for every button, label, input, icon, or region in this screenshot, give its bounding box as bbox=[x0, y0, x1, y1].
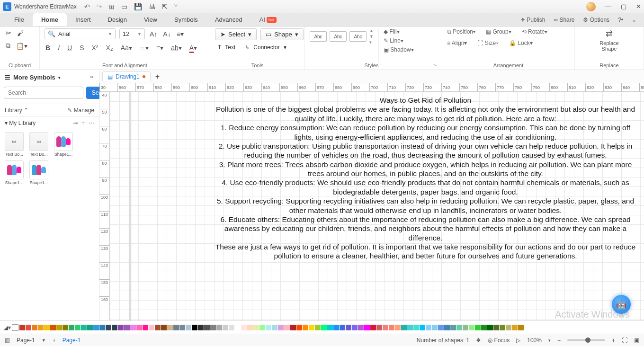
font-color-icon[interactable]: A▾ bbox=[188, 43, 198, 53]
assistant-fab[interactable]: 🤖 bbox=[612, 295, 631, 314]
group-button[interactable]: ▦ Group▾ bbox=[486, 28, 511, 35]
shadow-button[interactable]: ▣ Shadow▾ bbox=[384, 46, 414, 53]
options-button[interactable]: ⚙ Options bbox=[583, 17, 609, 23]
color-swatch[interactable] bbox=[481, 325, 487, 330]
numbering-icon[interactable]: ≡▾ bbox=[155, 43, 164, 53]
zoom-in-button[interactable]: + bbox=[612, 337, 615, 344]
line-button[interactable]: ✎ Line▾ bbox=[384, 37, 414, 44]
print-icon[interactable]: 🖶 bbox=[148, 2, 156, 11]
menu-file[interactable]: File bbox=[6, 13, 33, 26]
color-swatch[interactable] bbox=[186, 325, 191, 330]
style-scroll-up[interactable]: ▲ bbox=[369, 28, 374, 33]
color-swatch[interactable] bbox=[235, 325, 241, 330]
select-tool-button[interactable]: ➤Select▾ bbox=[215, 28, 257, 40]
color-swatch[interactable] bbox=[38, 325, 44, 330]
color-swatch[interactable] bbox=[296, 325, 302, 330]
color-swatch[interactable] bbox=[179, 325, 185, 330]
text-tool-button[interactable]: TText bbox=[215, 43, 238, 52]
position-button[interactable]: ⧉ Position▾ bbox=[447, 28, 475, 35]
color-swatch[interactable] bbox=[315, 325, 321, 330]
add-page-button[interactable]: + bbox=[53, 337, 56, 344]
color-swatch[interactable] bbox=[383, 325, 388, 330]
lib-add-icon[interactable]: + bbox=[81, 120, 85, 126]
highlight-icon[interactable]: ab▾ bbox=[170, 43, 183, 53]
color-swatch[interactable] bbox=[438, 325, 444, 330]
menu-design[interactable]: Design bbox=[99, 13, 135, 26]
page-link[interactable]: Page-1 bbox=[63, 337, 81, 344]
help-icon[interactable]: ?• bbox=[618, 17, 623, 23]
color-swatch[interactable] bbox=[167, 325, 173, 330]
shape-item[interactable]: Shape1... bbox=[4, 160, 25, 185]
lib-import-icon[interactable]: ⇥ bbox=[73, 120, 78, 126]
style-preset[interactable]: Abc bbox=[310, 31, 327, 42]
shape-item[interactable]: txtText Bo... bbox=[4, 132, 25, 157]
page-tab[interactable]: Page-1 bbox=[17, 337, 35, 344]
color-swatch[interactable] bbox=[241, 325, 247, 330]
color-swatch[interactable] bbox=[512, 325, 518, 330]
user-avatar[interactable] bbox=[586, 2, 596, 11]
color-swatch[interactable] bbox=[118, 325, 124, 330]
color-swatch[interactable] bbox=[259, 325, 265, 330]
strike-icon[interactable]: S bbox=[79, 43, 85, 53]
layers-icon[interactable]: ❖ bbox=[476, 337, 481, 344]
open-icon[interactable]: ▭ bbox=[120, 2, 128, 11]
color-swatch[interactable] bbox=[69, 325, 74, 330]
copy-icon[interactable]: ⧉ bbox=[5, 41, 11, 51]
color-swatch[interactable] bbox=[247, 325, 253, 330]
shape-item[interactable]: txtText Bo... bbox=[28, 132, 49, 157]
color-swatch[interactable] bbox=[500, 325, 505, 330]
superscript-icon[interactable]: X² bbox=[90, 43, 99, 53]
no-fill-swatch[interactable] bbox=[12, 324, 18, 331]
color-swatch[interactable] bbox=[346, 325, 351, 330]
color-swatch[interactable] bbox=[463, 325, 468, 330]
color-swatch[interactable] bbox=[395, 325, 401, 330]
style-preset[interactable]: Abc bbox=[349, 31, 367, 42]
publish-button[interactable]: ✈ Publish bbox=[520, 17, 546, 23]
symbols-search-input[interactable] bbox=[4, 87, 83, 99]
color-swatch[interactable] bbox=[290, 325, 296, 330]
color-swatch[interactable] bbox=[364, 325, 370, 330]
shape-item[interactable]: Shape1... bbox=[28, 160, 49, 185]
minimize-icon[interactable]: — bbox=[605, 3, 611, 10]
presentation-icon[interactable]: ▷ bbox=[516, 337, 520, 344]
color-swatch[interactable] bbox=[87, 325, 93, 330]
menu-home[interactable]: Home bbox=[33, 13, 67, 26]
shape-item[interactable]: Shape1... bbox=[53, 132, 74, 157]
shape-tool-button[interactable]: ▭Shape▾ bbox=[260, 28, 304, 40]
color-swatch[interactable] bbox=[216, 325, 222, 330]
color-swatch[interactable] bbox=[161, 325, 167, 330]
save-icon[interactable]: 💾 bbox=[133, 2, 143, 11]
my-library-header[interactable]: ▾ My Library bbox=[5, 120, 36, 126]
subscript-icon[interactable]: X₂ bbox=[105, 43, 114, 53]
color-swatch[interactable] bbox=[44, 325, 50, 330]
color-swatch[interactable] bbox=[124, 325, 130, 330]
italic-icon[interactable]: I bbox=[57, 43, 61, 53]
color-swatch[interactable] bbox=[506, 325, 511, 330]
zoom-out-button[interactable]: − bbox=[557, 337, 561, 344]
color-swatch[interactable] bbox=[210, 325, 216, 330]
color-swatch[interactable] bbox=[272, 325, 277, 330]
style-gallery-open[interactable]: ▾ bbox=[369, 40, 374, 44]
share-button[interactable]: ∞ Share bbox=[554, 17, 575, 23]
style-preset[interactable]: Abc bbox=[330, 31, 347, 42]
page-dropdown-icon[interactable]: ▼ bbox=[42, 338, 46, 343]
color-swatch[interactable] bbox=[475, 325, 481, 330]
color-swatch[interactable] bbox=[450, 325, 456, 330]
manage-button[interactable]: ✎ Manage bbox=[67, 107, 94, 114]
add-tab-button[interactable]: + bbox=[155, 72, 160, 81]
library-dropdown[interactable]: Library ⌃ bbox=[5, 107, 28, 114]
redo-icon[interactable]: ↷ bbox=[96, 2, 103, 11]
cut-icon[interactable]: ✂ bbox=[5, 28, 12, 38]
fullscreen-icon[interactable]: ▣ bbox=[634, 337, 639, 344]
color-swatch[interactable] bbox=[130, 325, 136, 330]
increase-font-icon[interactable]: A↑ bbox=[149, 29, 158, 39]
menu-insert[interactable]: Insert bbox=[67, 13, 99, 26]
export-icon[interactable]: ⇱ bbox=[161, 2, 169, 11]
color-swatch[interactable] bbox=[149, 325, 154, 330]
decrease-font-icon[interactable]: A↓ bbox=[162, 29, 171, 39]
color-swatch[interactable] bbox=[401, 325, 407, 330]
color-swatch[interactable] bbox=[432, 325, 438, 330]
color-swatch[interactable] bbox=[407, 325, 413, 330]
color-swatch[interactable] bbox=[309, 325, 314, 330]
new-icon[interactable]: ⊞ bbox=[108, 2, 116, 11]
